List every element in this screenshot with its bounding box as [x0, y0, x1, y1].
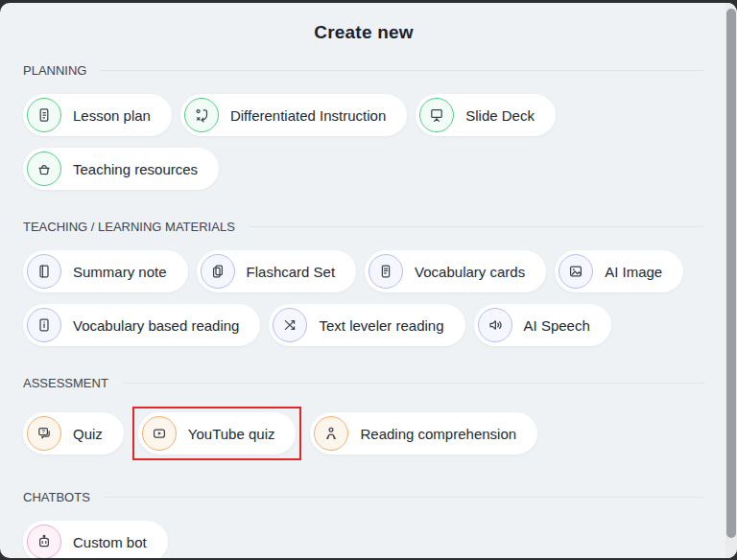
- vocabulary-based-reading-icon: [27, 308, 61, 342]
- scrollbar-track[interactable]: [725, 3, 737, 558]
- reading-comprehension-icon: [314, 416, 348, 451]
- chip-label: Differentiated Instruction: [230, 107, 386, 124]
- section-header: TEACHING / LEARNING MATERIALS: [23, 220, 704, 234]
- ai-speech-icon: [478, 308, 512, 342]
- lesson-plan-icon: [27, 98, 61, 132]
- summary-note-chip[interactable]: Summary note: [23, 250, 188, 292]
- section-teaching-learning-materials: TEACHING / LEARNING MATERIALS Summary no…: [23, 220, 704, 346]
- quiz-chip[interactable]: ? Quiz: [23, 412, 124, 455]
- section-label: TEACHING / LEARNING MATERIALS: [23, 220, 235, 234]
- vocabulary-based-reading-chip[interactable]: Vocabulary based reading: [23, 304, 260, 346]
- chip-label: Teaching resources: [73, 161, 198, 177]
- chip-label: YouTube quiz: [188, 426, 275, 442]
- chip-row: Teaching resources: [23, 148, 704, 190]
- reading-comprehension-chip[interactable]: Reading comprehension: [310, 412, 537, 455]
- text-leveler-reading-chip[interactable]: Text leveler reading: [269, 304, 464, 346]
- custom-bot-chip[interactable]: Custom bot: [23, 521, 168, 558]
- chip-label: Quiz: [73, 426, 103, 442]
- chip-label: AI Image: [605, 264, 662, 280]
- section-label: CHATBOTS: [23, 490, 90, 504]
- summary-note-icon: [27, 254, 61, 289]
- text-leveler-reading-icon: [273, 308, 307, 342]
- chip-row: Summary note Flashcard Set Vocabulary ca…: [23, 250, 704, 292]
- section-divider: [100, 70, 704, 71]
- teaching-resources-icon: [27, 152, 61, 186]
- ai-image-icon: [559, 254, 593, 289]
- chip-label: Vocabulary cards: [415, 264, 525, 280]
- youtube-quiz-chip[interactable]: YouTube quiz: [138, 412, 297, 455]
- differentiated-instruction-icon: [184, 98, 219, 132]
- chip-label: Vocabulary based reading: [73, 317, 239, 334]
- slide-deck-icon: [419, 98, 454, 132]
- chip-row: Custom bot: [23, 521, 704, 558]
- custom-bot-icon: [27, 525, 61, 558]
- youtube-quiz-icon: [142, 416, 177, 451]
- chip-label: Slide Deck: [465, 107, 535, 124]
- chip-label: Text leveler reading: [319, 317, 443, 334]
- section-divider: [104, 497, 704, 498]
- lesson-plan-chip[interactable]: Lesson plan: [23, 94, 172, 136]
- section-label: PLANNING: [23, 63, 86, 78]
- dialog-content: Create new PLANNING Lesson plan: [0, 3, 737, 558]
- ai-image-chip[interactable]: AI Image: [555, 250, 683, 292]
- chip-row: Lesson plan Differentiated Instruction S…: [23, 94, 704, 136]
- section-assessment: ASSESSMENT ? Quiz: [23, 376, 704, 460]
- section-divider: [249, 226, 704, 227]
- youtube-quiz-highlight-box: YouTube quiz: [132, 407, 302, 460]
- section-chatbots: CHATBOTS Custom bot: [23, 490, 704, 558]
- flashcard-set-chip[interactable]: Flashcard Set: [197, 250, 357, 292]
- chip-label: Summary note: [73, 264, 167, 280]
- chip-row: ? Quiz YouTube quiz: [23, 407, 704, 460]
- chip-label: Lesson plan: [73, 107, 151, 124]
- chip-label: Custom bot: [73, 534, 147, 550]
- ai-speech-chip[interactable]: AI Speech: [474, 304, 611, 346]
- chip-row: Vocabulary based reading Text leveler re…: [23, 304, 704, 346]
- slide-deck-chip[interactable]: Slide Deck: [416, 94, 556, 136]
- chip-label: Reading comprehension: [360, 426, 516, 442]
- flashcard-set-icon: [201, 254, 235, 289]
- section-divider: [122, 383, 704, 384]
- differentiated-instruction-chip[interactable]: Differentiated Instruction: [180, 94, 407, 136]
- dialog-title: Create new: [23, 3, 704, 43]
- teaching-resources-chip[interactable]: Teaching resources: [23, 148, 219, 190]
- vocabulary-cards-icon: [368, 254, 403, 289]
- scrollbar-thumb[interactable]: [726, 9, 736, 538]
- section-planning: PLANNING Lesson plan Differen: [23, 63, 704, 190]
- chip-label: AI Speech: [524, 317, 590, 334]
- section-header: PLANNING: [23, 63, 704, 78]
- vocabulary-cards-chip[interactable]: Vocabulary cards: [365, 250, 546, 292]
- chip-label: Flashcard Set: [247, 264, 336, 280]
- section-header: ASSESSMENT: [23, 376, 704, 390]
- create-new-dialog: Create new PLANNING Lesson plan: [0, 3, 737, 558]
- section-label: ASSESSMENT: [23, 376, 108, 390]
- svg-text:?: ?: [41, 429, 44, 434]
- section-header: CHATBOTS: [23, 490, 704, 504]
- quiz-icon: ?: [27, 416, 61, 451]
